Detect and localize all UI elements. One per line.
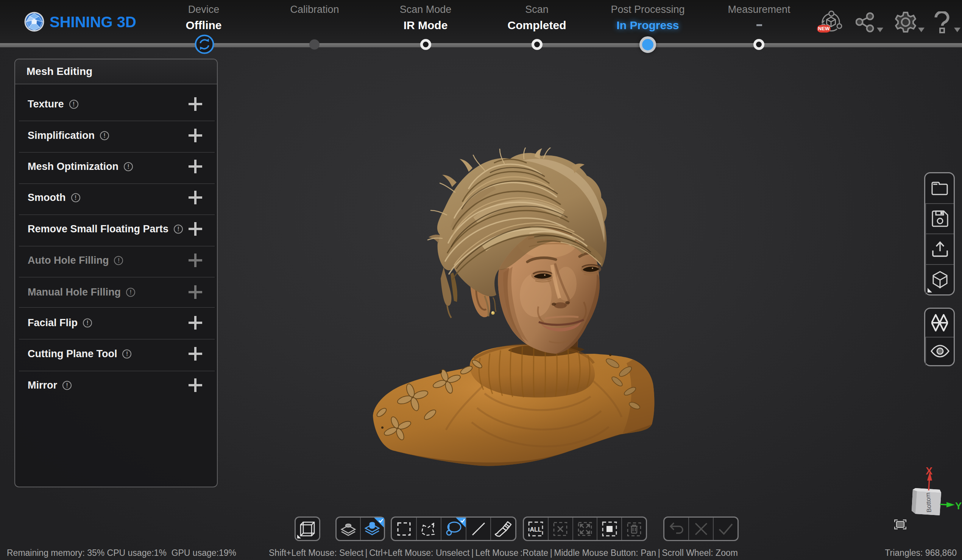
svg-text:ALL: ALL xyxy=(530,526,542,533)
svg-text:Y: Y xyxy=(955,500,962,512)
svg-text:Bottom: Bottom xyxy=(924,492,933,512)
svg-text:X: X xyxy=(926,465,933,477)
